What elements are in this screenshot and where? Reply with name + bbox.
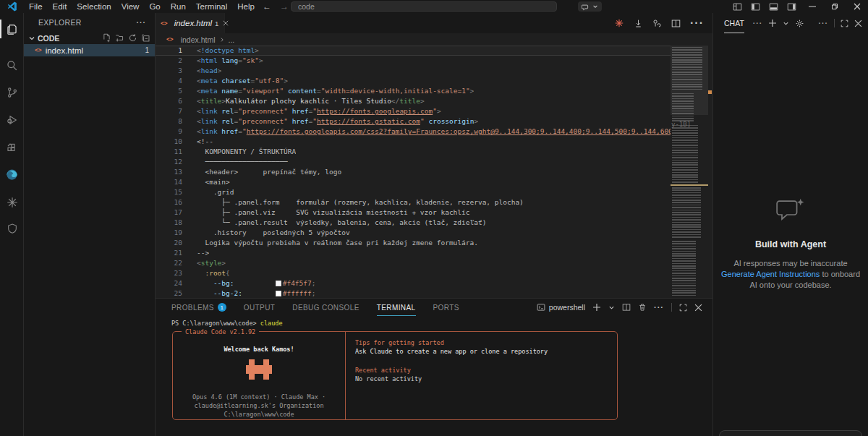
close-panel-icon[interactable] [694, 304, 702, 312]
tab-chat[interactable]: CHAT [724, 13, 744, 33]
toggle-secondary-sidebar-icon[interactable] [783, 0, 801, 13]
menu-go[interactable]: Go [144, 2, 165, 11]
edge-tools-icon[interactable] [0, 161, 24, 187]
code-line-25[interactable]: 25 --bg-2: #ffffff; [156, 288, 671, 298]
chat-more-icon[interactable]: ··· [819, 19, 829, 27]
code-line-23[interactable]: 23 :root{ [156, 268, 671, 278]
close-chat-icon[interactable] [854, 20, 862, 27]
explorer-icon[interactable] [0, 16, 24, 42]
menu-terminal[interactable]: Terminal [191, 2, 232, 11]
code-line-16[interactable]: 16 ├─ .panel.form formulár (rozmery, kac… [156, 197, 671, 208]
menu-edit[interactable]: Edit [48, 2, 72, 11]
code-line-12[interactable]: 12 ──────────────────── [156, 157, 671, 167]
search-icon[interactable] [0, 52, 24, 78]
shell-selector[interactable]: powershell [537, 303, 585, 312]
code-line-21[interactable]: 21--> [156, 248, 671, 258]
chat-input[interactable] [719, 430, 862, 436]
split-terminal-icon[interactable] [622, 303, 631, 312]
tab-index-html[interactable]: <> index.html 1 [156, 13, 225, 33]
new-chat-icon[interactable] [768, 19, 777, 27]
panel-more-icon[interactable]: ··· [654, 303, 664, 312]
extensions-icon[interactable] [0, 135, 24, 161]
menu-help[interactable]: Help [232, 2, 260, 11]
menu-file[interactable]: File [24, 2, 48, 11]
collapse-all-icon[interactable] [141, 33, 150, 43]
breadcrumb[interactable]: <> index.html ... [156, 33, 712, 46]
panel-tab-output[interactable]: OUTPUT [244, 299, 276, 316]
code-line-18[interactable]: 18 └─ .panel.result výsledky, balenia, c… [156, 218, 671, 228]
chat-panel: CHAT ··· ··· Build with Agent AI respons… [712, 13, 868, 436]
code-line-4[interactable]: 4<meta charset="utf-8"> [156, 76, 671, 86]
chevron-down-icon[interactable] [608, 304, 615, 311]
panel-tab-debug-console[interactable]: DEBUG CONSOLE [292, 299, 359, 316]
code-line-3[interactable]: 3<head> [156, 66, 671, 76]
minimap[interactable]: y-1B] [671, 46, 708, 298]
chevron-down-icon[interactable] [783, 20, 789, 27]
back-arrow-icon[interactable]: ← [263, 1, 271, 12]
command-center-search[interactable]: code [291, 1, 557, 12]
panel-tab-ports[interactable]: PORTS [433, 299, 459, 316]
breadcrumb-file[interactable]: index.html [181, 35, 216, 44]
code-line-22[interactable]: 22<style> [156, 258, 671, 268]
code-line-17[interactable]: 17 ├─ .panel.viz SVG vizualizácia miestn… [156, 208, 671, 218]
new-file-icon[interactable] [102, 33, 111, 43]
new-folder-icon[interactable] [115, 33, 124, 43]
code-line-24[interactable]: 24 --bg: #f4f5f7; [156, 278, 671, 288]
code-line-11[interactable]: 11 KOMPONENTY / ŠTRUKTÚRA [156, 147, 671, 157]
code-line-19[interactable]: 19 .history posledných 5 výpočtov [156, 228, 671, 238]
source-control-icon[interactable] [0, 80, 24, 106]
customize-layout-icon[interactable] [728, 0, 746, 13]
code-line-7[interactable]: 7<link rel="preconnect" href="https://fo… [156, 106, 671, 116]
shield-icon[interactable] [0, 215, 24, 241]
code-line-14[interactable]: 14 <main> [156, 177, 671, 187]
breadcrumb-more[interactable]: ... [229, 35, 235, 44]
code-line-13[interactable]: 13 <header> prepínač témy, logo [156, 167, 671, 177]
copilot-button[interactable] [578, 1, 602, 12]
code-editor[interactable]: 1<!doctype html>2<html lang="sk">3<head>… [156, 46, 712, 298]
more-actions-icon[interactable]: ··· [690, 17, 704, 30]
minimap-artifact-text: y-1B] [671, 121, 691, 128]
maximize-chat-icon[interactable] [841, 20, 848, 27]
code-line-1[interactable]: 1<!doctype html> [156, 46, 671, 56]
claude-pixel-logo [246, 359, 272, 380]
code-line-20[interactable]: 20 Logika výpočtu prebieha v reálnom čas… [156, 238, 671, 248]
gear-icon[interactable] [795, 19, 804, 28]
code-line-15[interactable]: 15 .grid [156, 187, 671, 197]
tab-close-icon[interactable] [223, 20, 229, 26]
code-line-10[interactable]: 10<!-- [156, 137, 671, 147]
split-editor-icon[interactable] [671, 19, 681, 28]
chevron-down-icon [592, 4, 598, 9]
explorer-more-icon[interactable]: ··· [137, 18, 147, 27]
kill-terminal-icon[interactable] [638, 303, 647, 312]
new-terminal-icon[interactable] [592, 303, 601, 312]
file-item-index-html[interactable]: <> index.html 1 [24, 44, 155, 56]
code-line-5[interactable]: 5<meta name="viewport" content="width=de… [156, 86, 671, 96]
terminal-view[interactable]: PS C:\laragon\www\code> claude Claude Co… [171, 319, 705, 436]
maximize-panel-icon[interactable] [679, 304, 687, 312]
refresh-icon[interactable] [128, 33, 137, 43]
chat-empty-state: Build with Agent AI responses may be ina… [713, 197, 868, 291]
maximize-button[interactable] [823, 0, 846, 13]
menu-selection[interactable]: Selection [72, 2, 116, 11]
open-changes-icon[interactable] [652, 19, 662, 28]
chat-tabs-more-icon[interactable]: ··· [753, 19, 763, 27]
code-line-2[interactable]: 2<html lang="sk"> [156, 56, 671, 66]
claude-run-icon[interactable] [614, 18, 624, 28]
menu-run[interactable]: Run [166, 2, 191, 11]
menu-view[interactable]: View [116, 2, 145, 11]
code-line-8[interactable]: 8<link rel="preconnect" href="https://fo… [156, 116, 671, 127]
claude-code-icon[interactable] [0, 189, 24, 215]
insert-at-cursor-icon[interactable] [634, 19, 643, 28]
code-line-9[interactable]: 9<link href="https://fonts.googleapis.co… [156, 127, 671, 137]
explorer-folder-code[interactable]: CODE [24, 32, 155, 44]
panel-tab-terminal[interactable]: TERMINAL [377, 299, 416, 316]
generate-agent-instructions-link[interactable]: Generate Agent Instructions [721, 270, 820, 278]
toggle-primary-sidebar-icon[interactable] [746, 0, 765, 13]
close-window-button[interactable] [846, 0, 868, 13]
code-line-6[interactable]: 6<title>Kalkulátor plochy kachlíc · Tile… [156, 96, 671, 106]
panel-tab-problems[interactable]: PROBLEMS1 [171, 299, 226, 316]
toggle-panel-icon[interactable] [765, 0, 783, 13]
run-and-debug-icon[interactable] [0, 107, 24, 133]
forward-arrow-icon[interactable]: → [280, 1, 289, 12]
minimize-button[interactable] [801, 0, 823, 13]
